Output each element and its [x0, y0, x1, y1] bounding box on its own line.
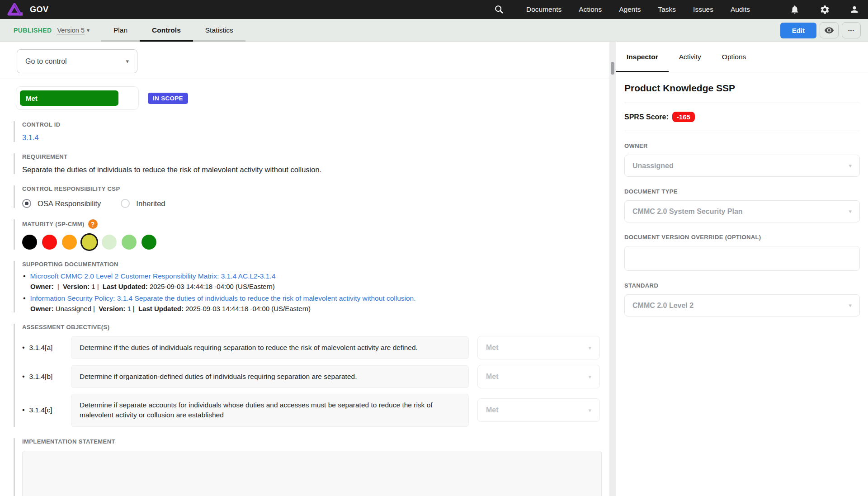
objective-status-select[interactable]: Met ▾: [477, 365, 600, 388]
inspector-panel: Inspector Activity Options Product Knowl…: [616, 42, 868, 496]
document-title: Product Knowledge SSP: [624, 72, 860, 103]
version-override-input[interactable]: [624, 246, 860, 271]
tab-activity[interactable]: Activity: [669, 42, 712, 72]
objective-row: • 3.1.4[b] Determine if organization-def…: [22, 365, 609, 388]
document-type-select[interactable]: CMMC 2.0 System Security Plan ▾: [624, 200, 860, 222]
control-id-section: CONTROL ID 3.1.4: [14, 121, 609, 142]
document-link[interactable]: Information Security Policy: 3.1.4 Separ…: [30, 294, 416, 302]
maturity-dot-1[interactable]: [42, 235, 57, 250]
objective-id: • 3.1.4[a]: [22, 344, 71, 352]
scope-badge: IN SCOPE: [148, 93, 188, 104]
objective-text: Determine if organization-defined duties…: [71, 365, 469, 388]
assessment-objectives-label: ASSESSMENT OBJECTIVE(S): [22, 324, 609, 331]
document-header-bar: PUBLISHED Version 5 ▾ Plan Controls Stat…: [0, 19, 868, 42]
divider: [624, 131, 860, 131]
search-icon[interactable]: [493, 4, 505, 15]
sprs-score-label: SPRS Score:: [624, 113, 669, 121]
objective-id: • 3.1.4[c]: [22, 406, 71, 414]
assessment-objectives-section: ASSESSMENT OBJECTIVE(S) • 3.1.4[a] Deter…: [14, 324, 609, 427]
implementation-statement-input[interactable]: [22, 451, 602, 496]
maturity-dot-3-selected[interactable]: [82, 235, 97, 250]
tab-plan[interactable]: Plan: [101, 19, 140, 42]
maturity-scale: [22, 235, 609, 250]
objective-text: Determine if separate accounts for indiv…: [71, 394, 469, 427]
document-type-label: DOCUMENT TYPE: [624, 188, 860, 195]
scrollbar-thumb[interactable]: [611, 62, 614, 75]
version-selector[interactable]: Version 5 ▾: [57, 27, 90, 34]
tab-inspector[interactable]: Inspector: [616, 42, 669, 72]
tab-options[interactable]: Options: [712, 42, 756, 72]
nav-item-actions[interactable]: Actions: [579, 5, 602, 14]
app-logo-icon[interactable]: [5, 1, 24, 18]
control-status-select[interactable]: Met: [16, 86, 139, 110]
navbar-icon-group: [770, 4, 860, 15]
chevron-down-icon: ▾: [588, 373, 591, 380]
nav-item-tasks[interactable]: Tasks: [658, 5, 676, 14]
implementation-statement-section: IMPLEMENTATION STATEMENT: [14, 438, 609, 496]
help-icon[interactable]: ?: [88, 219, 98, 229]
settings-gear-icon[interactable]: [819, 4, 830, 15]
published-status-label: PUBLISHED: [14, 27, 52, 34]
owner-label: OWNER: [624, 142, 860, 149]
objective-text: Determine if the duties of individuals r…: [71, 336, 469, 359]
nav-item-audits[interactable]: Audits: [731, 5, 750, 14]
radio-osa-responsibility[interactable]: OSA Responsibility: [22, 199, 101, 208]
document-meta: Owner: | Version: 1| Last Updated: 2025-…: [30, 283, 609, 290]
standard-label: STANDARD: [624, 282, 860, 289]
tab-statistics[interactable]: Statistics: [193, 19, 245, 42]
responsibility-section: CONTROL RESPONSIBILITY CSP OSA Responsib…: [14, 185, 609, 208]
main-scrollbar[interactable]: [609, 42, 616, 496]
radio-label: OSA Responsibility: [38, 199, 101, 208]
requirement-text: Separate the duties of individuals to re…: [22, 165, 609, 174]
implementation-statement-label: IMPLEMENTATION STATEMENT: [22, 438, 609, 445]
notifications-bell-icon[interactable]: [789, 4, 800, 15]
document-tabs: Plan Controls Statistics: [101, 19, 245, 42]
edit-button[interactable]: Edit: [780, 23, 816, 38]
bullet-icon: •: [22, 406, 25, 414]
supporting-documentation-label: SUPPORTING DOCUMENTATION: [22, 261, 609, 268]
user-profile-icon[interactable]: [849, 4, 860, 15]
document-link[interactable]: Microsoft CMMC 2.0 Level 2 Customer Resp…: [30, 272, 276, 280]
version-override-label: DOCUMENT VERSION OVERRIDE (OPTIONAL): [624, 234, 860, 241]
chevron-down-icon: ▾: [849, 302, 852, 309]
control-id-link[interactable]: 3.1.4: [22, 133, 609, 142]
preview-eye-button[interactable]: [820, 22, 839, 38]
maturity-label: MATURITY (SP-CMM): [22, 221, 85, 227]
nav-item-issues[interactable]: Issues: [693, 5, 713, 14]
document-type-value: CMMC 2.0 System Security Plan: [632, 208, 743, 216]
objective-status-select[interactable]: Met ▾: [477, 398, 600, 422]
header-actions: Edit •••: [780, 19, 861, 42]
sprs-badge: -165: [672, 112, 695, 122]
radio-unselected-icon: [121, 199, 130, 208]
chevron-down-icon: ▾: [849, 162, 852, 169]
go-to-control-select[interactable]: Go to control ▾: [17, 49, 137, 73]
maturity-dot-5[interactable]: [122, 235, 137, 250]
radio-label: Inherited: [136, 199, 165, 208]
document-meta: Owner: Unassigned| Version: 1| Last Upda…: [30, 305, 609, 312]
maturity-dot-2[interactable]: [62, 235, 77, 250]
owner-value: Unassigned: [632, 162, 674, 170]
supporting-documentation-section: SUPPORTING DOCUMENTATION • Microsoft CMM…: [14, 261, 609, 312]
inspector-tabs: Inspector Activity Options: [616, 42, 868, 72]
maturity-section: MATURITY (SP-CMM) ?: [14, 219, 609, 250]
owner-select[interactable]: Unassigned ▾: [624, 155, 860, 177]
chevron-down-icon: ▾: [588, 407, 591, 414]
control-status-bar: Met: [20, 90, 118, 106]
tab-controls[interactable]: Controls: [140, 19, 193, 42]
maturity-dot-6[interactable]: [142, 235, 156, 250]
standard-value: CMMC 2.0 Level 2: [632, 302, 693, 310]
objective-row: • 3.1.4[a] Determine if the duties of in…: [22, 336, 609, 359]
maturity-dot-4[interactable]: [102, 235, 117, 250]
radio-inherited[interactable]: Inherited: [121, 199, 165, 208]
objective-id: • 3.1.4[b]: [22, 373, 71, 381]
nav-item-documents[interactable]: Documents: [526, 5, 561, 14]
radio-selected-icon: [22, 199, 31, 208]
maturity-dot-0[interactable]: [22, 235, 37, 250]
control-id-label: CONTROL ID: [22, 121, 609, 128]
objective-status-select[interactable]: Met ▾: [477, 336, 600, 359]
requirement-label: REQUIREMENT: [22, 153, 609, 160]
nav-item-agents[interactable]: Agents: [619, 5, 641, 14]
document-list-item: • Information Security Policy: 3.1.4 Sep…: [22, 294, 609, 312]
more-options-button[interactable]: •••: [842, 22, 861, 38]
standard-select[interactable]: CMMC 2.0 Level 2 ▾: [624, 294, 860, 316]
